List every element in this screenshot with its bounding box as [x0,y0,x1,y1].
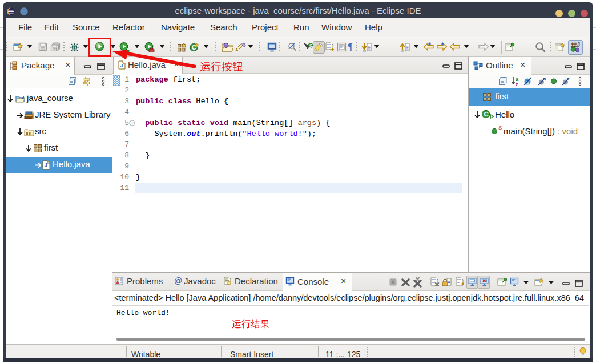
svg-text:J: J [22,95,24,100]
svg-text:C: C [309,43,312,47]
svg-text:J: J [44,162,47,168]
svg-text:z: z [516,82,518,87]
svg-text:C: C [484,111,488,118]
svg-text:J: J [577,42,580,48]
